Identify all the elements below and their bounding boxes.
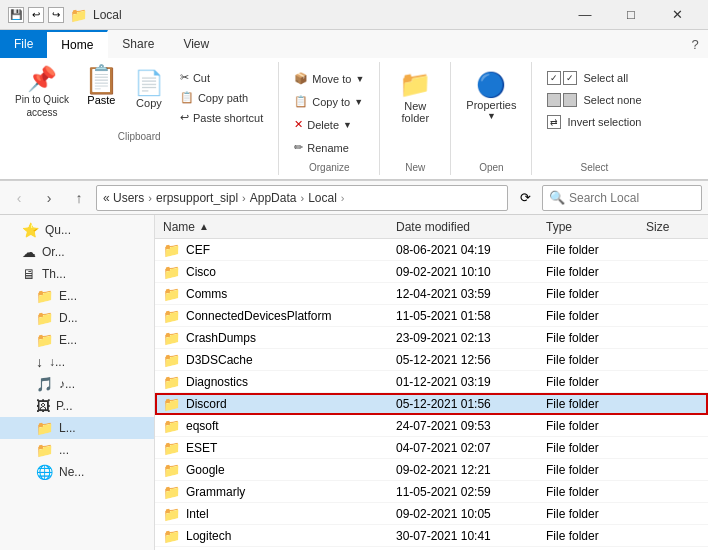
folder-icon-title: 📁 bbox=[70, 7, 87, 23]
nav-item-onedrive[interactable]: ☁ Or... bbox=[0, 241, 154, 263]
nav-item-d[interactable]: 📁 D... bbox=[0, 307, 154, 329]
onedrive-icon: ☁ bbox=[22, 244, 36, 260]
tab-view[interactable]: View bbox=[169, 30, 224, 58]
file-rows-container: 📁 CEF 08-06-2021 04:19 File folder 📁 Cis… bbox=[155, 239, 708, 550]
local-folder-icon: 📁 bbox=[36, 420, 53, 436]
nav-item-network[interactable]: 🌐 Ne... bbox=[0, 461, 154, 483]
pictures-icon: 🖼 bbox=[36, 398, 50, 414]
paste-shortcut-icon: ↩ bbox=[180, 111, 189, 124]
undo-icon[interactable]: ↩ bbox=[28, 7, 44, 23]
table-row[interactable]: 📁 Google 09-02-2021 12:21 File folder bbox=[155, 459, 708, 481]
header-date[interactable]: Date modified bbox=[388, 215, 538, 238]
table-row[interactable]: 📁 D3DSCache 05-12-2021 12:56 File folder bbox=[155, 349, 708, 371]
clipboard-label: Clipboard bbox=[8, 127, 270, 144]
nav-item-music[interactable]: 🎵 ♪... bbox=[0, 373, 154, 395]
copy-to-button[interactable]: 📋 Copy to ▼ bbox=[287, 91, 370, 112]
file-date-cell: 05-12-2021 01:56 bbox=[388, 397, 538, 411]
copy-button[interactable]: 📄 Copy bbox=[127, 66, 171, 114]
nav-item-pictures[interactable]: 🖼 P... bbox=[0, 395, 154, 417]
file-date-cell: 12-04-2021 03:59 bbox=[388, 287, 538, 301]
window-controls: — □ ✕ bbox=[562, 0, 700, 30]
folder-icon: 📁 bbox=[163, 264, 180, 280]
save-icon[interactable]: 💾 bbox=[8, 7, 24, 23]
delete-button[interactable]: ✕ Delete ▼ bbox=[287, 114, 359, 135]
move-to-button[interactable]: 📦 Move to ▼ bbox=[287, 68, 371, 89]
folder-d-icon: 📁 bbox=[36, 310, 53, 326]
nav-item-thispc[interactable]: 🖥 Th... bbox=[0, 263, 154, 285]
file-type-cell: File folder bbox=[538, 463, 638, 477]
file-header: Name ▲ Date modified Type Size bbox=[155, 215, 708, 239]
minimize-button[interactable]: — bbox=[562, 0, 608, 30]
nav-item-local[interactable]: 📁 L... bbox=[0, 417, 154, 439]
pin-to-quick-access-button[interactable]: 📌 Pin to Quick access bbox=[8, 62, 76, 124]
folder-icon: 📁 bbox=[163, 462, 180, 478]
forward-button[interactable]: › bbox=[36, 185, 62, 211]
back-button[interactable]: ‹ bbox=[6, 185, 32, 211]
header-size[interactable]: Size bbox=[638, 215, 708, 238]
redo-icon[interactable]: ↪ bbox=[48, 7, 64, 23]
paste-shortcut-button[interactable]: ↩ Paste shortcut bbox=[173, 108, 270, 127]
scissors-icon: ✂ bbox=[180, 71, 189, 84]
table-row[interactable]: 📁 Logitech 30-07-2021 10:41 File folder bbox=[155, 525, 708, 547]
address-path[interactable]: « Users › erpsupport_sipl › AppData › Lo… bbox=[96, 185, 508, 211]
file-date-cell: 09-02-2021 10:05 bbox=[388, 507, 538, 521]
path-local[interactable]: Local bbox=[308, 191, 337, 205]
ribbon: File Home Share View ? 📌 Pin to Quick ac… bbox=[0, 30, 708, 181]
copy-to-chevron: ▼ bbox=[354, 97, 363, 107]
table-row[interactable]: 📁 Intel 09-02-2021 10:05 File folder bbox=[155, 503, 708, 525]
file-type-cell: File folder bbox=[538, 287, 638, 301]
table-row[interactable]: 📁 Diagnostics 01-12-2021 03:19 File fold… bbox=[155, 371, 708, 393]
ribbon-help-button[interactable]: ? bbox=[682, 30, 708, 58]
table-row[interactable]: 📁 ConnectedDevicesPlatform 11-05-2021 01… bbox=[155, 305, 708, 327]
table-row[interactable]: 📁 ESET 04-07-2021 02:07 File folder bbox=[155, 437, 708, 459]
select-none-button[interactable]: Select none bbox=[540, 90, 648, 110]
up-button[interactable]: ↑ bbox=[66, 185, 92, 211]
nav-item-downloads[interactable]: ↓ ↓... bbox=[0, 351, 154, 373]
path-dropdown-chevron[interactable]: › bbox=[341, 192, 345, 204]
rename-button[interactable]: ✏ Rename bbox=[287, 137, 356, 158]
header-type[interactable]: Type bbox=[538, 215, 638, 238]
copy-path-button[interactable]: 📋 Copy path bbox=[173, 88, 270, 107]
table-row[interactable]: 📁 Cisco 09-02-2021 10:10 File folder bbox=[155, 261, 708, 283]
new-folder-button[interactable]: 📁 New folder bbox=[388, 62, 442, 131]
copy-icon: 📄 bbox=[134, 71, 164, 95]
nav-item-e2[interactable]: 📁 E... bbox=[0, 329, 154, 351]
new-folder-icon: 📁 bbox=[399, 69, 431, 100]
organize-buttons: 📦 Move to ▼ 📋 Copy to ▼ ✕ Delete ▼ ✏ Ren… bbox=[287, 62, 371, 158]
tab-file[interactable]: File bbox=[0, 30, 47, 58]
search-input[interactable] bbox=[569, 191, 708, 205]
select-all-button[interactable]: ✓ ✓ Select all bbox=[540, 68, 648, 88]
file-date-cell: 09-02-2021 12:21 bbox=[388, 463, 538, 477]
tab-home[interactable]: Home bbox=[47, 30, 108, 59]
file-type-cell: File folder bbox=[538, 397, 638, 411]
maximize-button[interactable]: □ bbox=[608, 0, 654, 30]
paste-button[interactable]: 📋 Paste bbox=[78, 62, 125, 110]
nav-item-e1[interactable]: 📁 E... bbox=[0, 285, 154, 307]
header-name[interactable]: Name ▲ bbox=[155, 215, 388, 238]
cut-button[interactable]: ✂ Cut bbox=[173, 68, 270, 87]
table-row[interactable]: 📁 eqsoft 24-07-2021 09:53 File folder bbox=[155, 415, 708, 437]
file-type-cell: File folder bbox=[538, 265, 638, 279]
tab-share[interactable]: Share bbox=[108, 30, 169, 58]
open-group-label: Open bbox=[479, 158, 503, 175]
file-name-cell: 📁 Discord bbox=[155, 396, 388, 412]
file-type-cell: File folder bbox=[538, 375, 638, 389]
table-row[interactable]: 📁 Discord 05-12-2021 01:56 File folder bbox=[155, 393, 708, 415]
search-box: 🔍 bbox=[542, 185, 702, 211]
path-users[interactable]: erpsupport_sipl bbox=[156, 191, 238, 205]
table-row[interactable]: 📁 Grammarly 11-05-2021 02:59 File folder bbox=[155, 481, 708, 503]
path-root[interactable]: « Users bbox=[103, 191, 144, 205]
file-type-cell: File folder bbox=[538, 507, 638, 521]
close-button[interactable]: ✕ bbox=[654, 0, 700, 30]
refresh-button[interactable]: ⟳ bbox=[512, 185, 538, 211]
invert-selection-button[interactable]: ⇄ Invert selection bbox=[540, 112, 648, 132]
file-pane: Name ▲ Date modified Type Size 📁 CEF 08-… bbox=[155, 215, 708, 550]
properties-button[interactable]: 🔵 Properties ▼ bbox=[459, 68, 523, 126]
table-row[interactable]: 📁 CrashDumps 23-09-2021 02:13 File folde… bbox=[155, 327, 708, 349]
nav-item-extra[interactable]: 📁 ... bbox=[0, 439, 154, 461]
path-appdata[interactable]: AppData bbox=[250, 191, 297, 205]
table-row[interactable]: 📁 Comms 12-04-2021 03:59 File folder bbox=[155, 283, 708, 305]
nav-item-quickaccess[interactable]: ⭐ Qu... bbox=[0, 219, 154, 241]
file-date-cell: 11-05-2021 01:58 bbox=[388, 309, 538, 323]
table-row[interactable]: 📁 CEF 08-06-2021 04:19 File folder bbox=[155, 239, 708, 261]
